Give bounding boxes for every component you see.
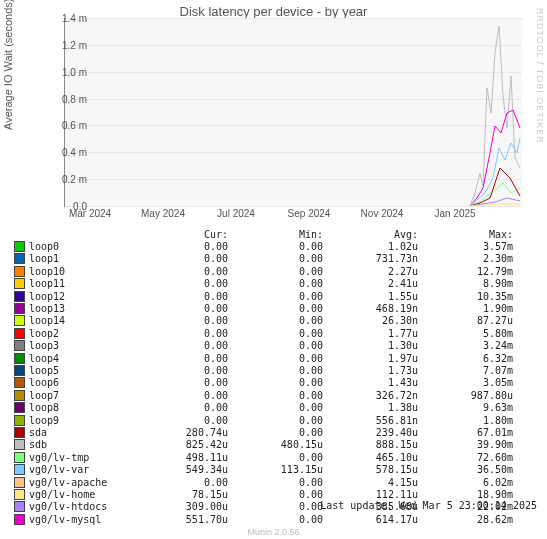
min-value: 0.00 [228,489,323,500]
legend-row: loop80.000.001.38u9.63m [14,401,534,413]
device-name: loop3 [29,340,133,351]
device-name: loop13 [29,303,133,314]
device-name: loop2 [29,328,133,339]
avg-value: 1.73u [323,365,418,376]
legend-row: loop130.000.00468.19n1.90m [14,302,534,314]
min-value: 0.00 [228,266,323,277]
color-swatch [14,328,25,339]
legend-row: loop30.000.001.30u3.24m [14,340,534,352]
avg-value: 112.11u [323,489,418,500]
device-name: loop5 [29,365,133,376]
cur-value: 0.00 [133,253,228,264]
legend-row: loop60.000.001.43u3.05m [14,377,534,389]
device-name: vg0/lv-var [29,464,133,475]
legend-row: loop120.000.001.55u10.35m [14,290,534,302]
max-value: 987.80u [418,390,513,401]
avg-value: 731.73n [323,253,418,264]
max-value: 87.27u [418,315,513,326]
cur-value: 0.00 [133,241,228,252]
legend-row: loop70.000.00326.72n987.80u [14,389,534,401]
avg-value: 326.72n [323,390,418,401]
max-value: 7.07m [418,365,513,376]
avg-value: 1.77u [323,328,418,339]
color-swatch [14,377,25,388]
x-tick: Jan 2025 [434,208,475,219]
device-name: sdb [29,439,133,450]
x-tick: Nov 2024 [361,208,404,219]
x-tick: May 2024 [141,208,185,219]
avg-value: 465.10u [323,452,418,463]
device-name: loop12 [29,291,133,302]
device-name: loop8 [29,402,133,413]
max-value: 18.90m [418,489,513,500]
color-swatch [14,266,25,277]
y-tick: 1.0 m [62,66,87,77]
device-name: vg0/lv-home [29,489,133,500]
cur-value: 549.34u [133,464,228,475]
cur-value: 0.00 [133,328,228,339]
avg-value: 26.30n [323,315,418,326]
legend-row: loop90.000.00556.81n1.80m [14,414,534,426]
color-swatch [14,402,25,413]
min-value: 0.00 [228,315,323,326]
max-value: 1.90m [418,303,513,314]
avg-value: 1.97u [323,353,418,364]
min-value: 0.00 [228,340,323,351]
legend-row: loop110.000.002.41u8.90m [14,278,534,290]
legend-row: sdb825.42u480.15u888.15u39.90m [14,439,534,451]
cur-value: 0.00 [133,377,228,388]
header-cur: Cur: [133,229,228,240]
device-name: vg0/lv-tmp [29,452,133,463]
min-value: 0.00 [228,365,323,376]
device-name: loop9 [29,415,133,426]
x-tick: Mar 2024 [69,208,111,219]
cur-value: 0.00 [133,353,228,364]
max-value: 8.90m [418,278,513,289]
max-value: 39.90m [418,439,513,450]
avg-value: 614.17u [323,514,418,525]
legend-table: Cur: Min: Avg: Max: loop00.000.001.02u3.… [14,228,534,525]
color-swatch [14,415,25,426]
cur-value: 0.00 [133,415,228,426]
color-swatch [14,241,25,252]
cur-value: 0.00 [133,402,228,413]
legend-row: loop00.000.001.02u3.57m [14,240,534,252]
cur-value: 280.74u [133,427,228,438]
color-swatch [14,353,25,364]
max-value: 5.80m [418,328,513,339]
device-name: sda [29,427,133,438]
min-value: 0.00 [228,353,323,364]
max-value: 6.32m [418,353,513,364]
max-value: 2.30m [418,253,513,264]
min-value: 0.00 [228,514,323,525]
legend-row: loop20.000.001.77u5.80m [14,327,534,339]
avg-value: 2.41u [323,278,418,289]
color-swatch [14,489,25,500]
avg-value: 1.30u [323,340,418,351]
max-value: 36.50m [418,464,513,475]
color-swatch [14,390,25,401]
device-name: loop14 [29,315,133,326]
min-value: 0.00 [228,390,323,401]
min-value: 0.00 [228,402,323,413]
min-value: 0.00 [228,253,323,264]
cur-value: 551.70u [133,514,228,525]
color-swatch [14,477,25,488]
legend-row: sda280.74u0.00239.40u67.01m [14,426,534,438]
legend-row: loop50.000.001.73u7.07m [14,364,534,376]
header-avg: Avg: [323,229,418,240]
legend-row: vg0/lv-var549.34u113.15u578.15u36.50m [14,463,534,475]
min-value: 0.00 [228,427,323,438]
cur-value: 498.11u [133,452,228,463]
cur-value: 0.00 [133,365,228,376]
color-swatch [14,303,25,314]
legend-header: Cur: Min: Avg: Max: [14,228,534,240]
avg-value: 4.15u [323,477,418,488]
y-tick: 0.6 m [62,120,87,131]
cur-value: 0.00 [133,315,228,326]
x-tick: Jul 2024 [217,208,255,219]
color-swatch [14,439,25,450]
min-value: 0.00 [228,415,323,426]
color-swatch [14,464,25,475]
min-value: 0.00 [228,452,323,463]
